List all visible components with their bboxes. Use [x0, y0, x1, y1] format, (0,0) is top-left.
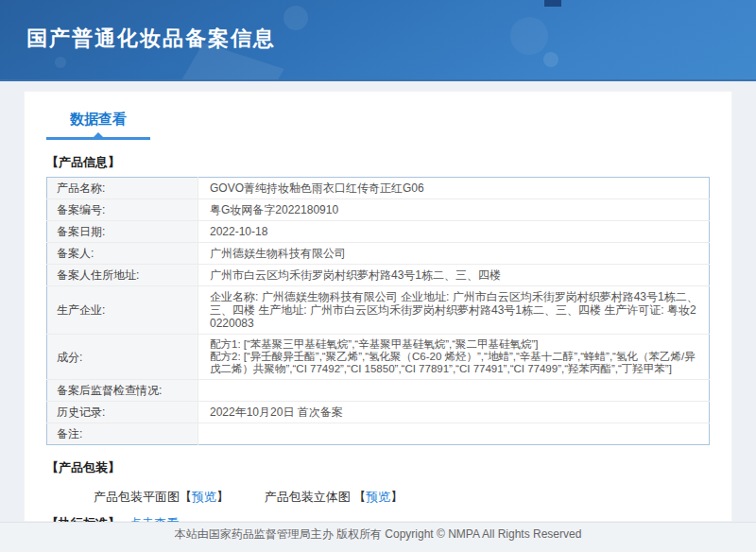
table-row: 成分: 配方1: [“苯基聚三甲基硅氧烷”,“辛基聚甲基硅氧烷”,“聚二甲基硅氧… — [47, 335, 710, 380]
packaging-row: 产品包装平面图【预览】 产品包装立体图 【预览】 — [46, 489, 710, 506]
bracket: 【 — [353, 490, 366, 504]
row-label: 生产企业: — [47, 286, 198, 335]
section-title-packaging: 【产品包装】 — [46, 459, 710, 476]
bracket: 】 — [216, 490, 229, 504]
row-value: 广州市白云区均禾街罗岗村织夢村路43号1栋二、三、四楼 — [198, 265, 710, 286]
packaging-stereo-label: 产品包装立体图 — [265, 490, 351, 504]
row-label: 历史记录: — [47, 402, 198, 423]
banner-bubble-decor — [55, 57, 66, 68]
page-banner: 国产普通化妆品备案信息 — [0, 0, 756, 81]
row-value-ingredients: 配方1: [“苯基聚三甲基硅氧烷”,“辛基聚甲基硅氧烷”,“聚二甲基硅氧烷”] … — [198, 335, 710, 380]
page-footer: 本站由国家药品监督管理局主办 版权所有 Copyright © NMPA All… — [0, 522, 756, 552]
bracket: 】 — [390, 490, 403, 504]
banner-bubble-decor — [284, 6, 308, 30]
section-title-product-info: 【产品信息】 — [46, 154, 710, 171]
table-row: 备案后监督检查情况: — [47, 380, 710, 402]
row-value: GOVO菁纯持妆釉色雨衣口红传奇正红G06 — [198, 178, 710, 199]
ingredients-formula-1: 配方1: [“苯基聚三甲基硅氧烷”,“辛基聚甲基硅氧烷”,“聚二甲基硅氧烷”] — [210, 338, 699, 351]
product-info-table: 产品名称: GOVO菁纯持妆釉色雨衣口红传奇正红G06 备案编号: 粤G妆网备字… — [46, 177, 710, 445]
banner-bubble-decor — [543, 52, 558, 67]
table-row: 备案编号: 粤G妆网备字2022180910 — [47, 199, 710, 221]
packaging-stereo-preview-link[interactable]: 预览 — [366, 490, 390, 504]
row-label: 备案后监督检查情况: — [47, 380, 198, 402]
row-label: 备案人住所地址: — [47, 265, 198, 286]
row-value — [198, 423, 710, 445]
row-label: 备案编号: — [47, 199, 198, 221]
content-card: 数据查看 【产品信息】 产品名称: GOVO菁纯持妆釉色雨衣口红传奇正红G06 … — [24, 91, 732, 522]
row-value: 企业名称: 广州德媄生物科技有限公司 企业地址: 广州市白云区均禾街罗岗村织夢村… — [198, 286, 710, 335]
row-value — [198, 380, 710, 402]
banner-bubble-decor — [510, 17, 548, 55]
packaging-flat-label: 产品包装平面图 — [94, 490, 180, 504]
table-row: 生产企业: 企业名称: 广州德媄生物科技有限公司 企业地址: 广州市白云区均禾街… — [47, 286, 710, 335]
row-label: 备案人: — [47, 243, 198, 265]
table-row: 备案日期: 2022-10-18 — [47, 221, 710, 243]
row-label: 备注: — [47, 423, 198, 445]
ingredients-formula-2: 配方2: [“异壬酸异壬酯”,“聚乙烯”,“氢化聚（C6-20 烯烃）”,“地蜡… — [210, 351, 699, 375]
row-label: 产品名称: — [47, 178, 198, 199]
table-row: 历史记录: 2022年10月20日 首次备案 — [47, 402, 710, 423]
table-row: 备案人: 广州德媄生物科技有限公司 — [47, 243, 710, 265]
row-label: 备案日期: — [47, 221, 198, 243]
table-row: 产品名称: GOVO菁纯持妆釉色雨衣口红传奇正红G06 — [47, 178, 710, 199]
row-value: 2022-10-18 — [198, 221, 710, 243]
bracket: 【 — [180, 490, 192, 504]
packaging-flat-preview-link[interactable]: 预览 — [192, 490, 216, 504]
page-title: 国产普通化妆品备案信息 — [0, 0, 756, 53]
row-value: 粤G妆网备字2022180910 — [198, 199, 710, 221]
table-row: 备注: — [47, 423, 710, 445]
row-value: 广州德媄生物科技有限公司 — [198, 243, 710, 265]
row-label: 成分: — [47, 335, 198, 380]
tab-data-view[interactable]: 数据查看 — [46, 111, 150, 140]
row-value: 2022年10月20日 首次备案 — [198, 402, 710, 423]
banner-corner-decor — [544, 0, 561, 7]
table-row: 备案人住所地址: 广州市白云区均禾街罗岗村织夢村路43号1栋二、三、四楼 — [47, 265, 710, 286]
